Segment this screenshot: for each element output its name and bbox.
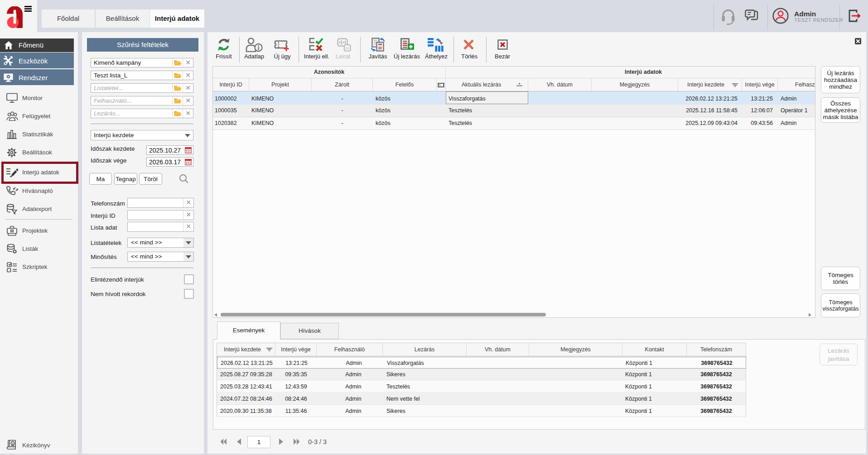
- svg-text:AI: AI: [346, 46, 349, 50]
